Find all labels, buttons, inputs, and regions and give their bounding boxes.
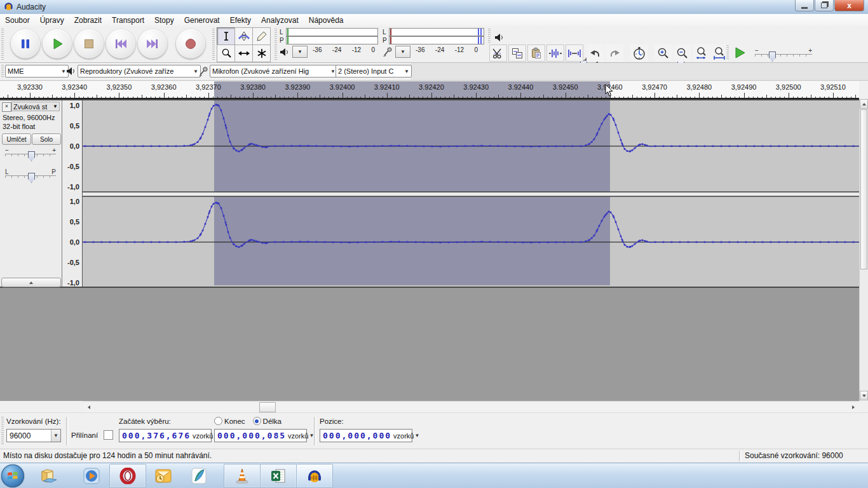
solo-button[interactable]: Solo <box>32 133 61 145</box>
menu-item-soubor[interactable]: Soubor <box>0 15 35 26</box>
tools-grip[interactable] <box>212 29 215 60</box>
length-radio[interactable]: Délka <box>253 417 281 425</box>
cut-button[interactable] <box>489 44 507 62</box>
skip-to-end-button[interactable] <box>138 29 167 58</box>
meter-grip[interactable] <box>275 29 277 60</box>
minimize-button[interactable] <box>795 0 814 11</box>
timer-record-button[interactable] <box>630 44 648 62</box>
skip-to-start-button[interactable] <box>106 29 135 58</box>
restore-button[interactable] <box>815 0 834 11</box>
horizontal-scrollbar[interactable] <box>83 401 859 412</box>
taskbar-media-player-button[interactable] <box>81 466 102 486</box>
ruler-tick <box>619 97 620 98</box>
selection-tool-button[interactable] <box>217 27 235 45</box>
taskbar-vlc-button[interactable] <box>224 464 261 488</box>
menu-item-upravy[interactable]: Úpravy <box>35 15 69 26</box>
menu-item-zobrazit[interactable]: Zobrazit <box>69 15 107 26</box>
position-field[interactable]: 000,000,000 vzorků ▼ <box>320 429 412 442</box>
amplitude-ruler[interactable]: 1,00,50,0-0,5-1,01,00,50,0-0,5-1,0 <box>62 100 83 287</box>
ruler-tick <box>43 97 44 98</box>
fit-project-button[interactable] <box>710 44 728 62</box>
audio-host-select[interactable]: MME▼ <box>5 65 69 78</box>
input-device-select[interactable]: Mikrofon (Zvukové zařízení Hig▼ <box>210 65 338 78</box>
record-button[interactable] <box>176 29 205 58</box>
envelope-tool-button[interactable] <box>234 27 253 45</box>
menu-item-stopy[interactable]: Stopy <box>149 15 179 26</box>
waveform-display[interactable] <box>83 99 859 288</box>
redo-button[interactable] <box>606 44 623 62</box>
fit-selection-button[interactable] <box>693 44 710 62</box>
selection-start-field[interactable]: 000,376,676 vzorků ▼ <box>119 429 212 442</box>
taskbar-quill-notes-button[interactable] <box>188 466 210 486</box>
mute-button[interactable]: Umlčet <box>2 133 31 145</box>
zoom-tool-button[interactable] <box>217 44 235 62</box>
scroll-up-button[interactable] <box>860 99 868 109</box>
zoom-in-button[interactable] <box>654 44 672 62</box>
device-grip[interactable] <box>1 65 4 78</box>
close-button[interactable]: x <box>834 0 864 11</box>
record-meter[interactable]: L P ▼ -36-24-120 <box>383 28 486 58</box>
input-channels-select[interactable]: 2 (Stereo) Input C▼ <box>336 65 412 78</box>
pause-button[interactable] <box>11 29 40 58</box>
taskbar-excel-button[interactable] <box>260 464 297 488</box>
taskbar-opera-button[interactable] <box>109 464 146 488</box>
track-gain-thumb[interactable] <box>28 151 35 161</box>
scroll-down-button[interactable] <box>860 391 868 400</box>
transport-grip[interactable] <box>1 29 4 60</box>
undo-button[interactable] <box>587 44 604 62</box>
vertical-scroll-thumb[interactable] <box>860 109 867 269</box>
transcription-grip[interactable] <box>726 45 729 60</box>
track-pan-thumb[interactable] <box>28 173 35 183</box>
play-speed-thumb[interactable] <box>769 51 776 62</box>
taskbar-explorer-button[interactable] <box>39 466 61 486</box>
menu-item-analyzovat[interactable]: Analyzovat <box>256 15 304 26</box>
timeshift-tool-button[interactable] <box>234 44 253 62</box>
menu-item-generovat[interactable]: Generovat <box>179 15 225 26</box>
trim-button[interactable] <box>546 44 564 62</box>
track-title-menu[interactable]: Zvuková st▼ <box>11 102 60 111</box>
taskbar-audacity-button[interactable] <box>296 464 333 488</box>
track-close-button[interactable]: × <box>2 102 11 112</box>
paste-button[interactable] <box>527 44 545 62</box>
ruler-tick <box>851 97 851 98</box>
start-button[interactable] <box>1 464 24 487</box>
track-collapse-button[interactable] <box>1 278 61 287</box>
play-speed-slider[interactable]: − + <box>755 54 812 57</box>
playback-meter-menu-button[interactable]: ▼ <box>292 46 308 58</box>
menu-item-transport[interactable]: Transport <box>107 15 149 26</box>
meter-tick-label: -12 <box>352 46 361 58</box>
stop-button[interactable] <box>74 29 104 58</box>
track-pan-slider[interactable]: L P <box>5 175 56 178</box>
zoom-out-button[interactable] <box>674 44 691 62</box>
menu-item-napoveda[interactable]: Nápověda <box>304 15 349 26</box>
snap-checkbox[interactable] <box>104 430 113 440</box>
copy-button[interactable] <box>508 44 526 62</box>
timeline-ruler[interactable]: 3,923303,923403,923503,923603,923703.923… <box>0 81 859 99</box>
vertical-scrollbar[interactable] <box>859 99 868 401</box>
ruler-tick <box>208 93 209 98</box>
multi-tool-button[interactable] <box>252 44 271 62</box>
scroll-left-button[interactable] <box>84 402 93 412</box>
amplitude-scale-label: 0,0 <box>70 238 79 246</box>
playback-meter[interactable]: L P ▼ -36-24-120 <box>280 28 380 58</box>
play-button[interactable] <box>43 29 72 58</box>
mixer-grip[interactable] <box>488 29 491 44</box>
scroll-right-button[interactable] <box>848 402 858 412</box>
record-meter-menu-button[interactable]: ▼ <box>395 46 410 58</box>
silence-button[interactable] <box>566 44 583 62</box>
ruler-tick <box>623 97 624 98</box>
end-radio[interactable]: Konec <box>214 417 245 425</box>
play-at-speed-button[interactable] <box>732 45 747 60</box>
title-bar[interactable]: Audacity x <box>0 0 868 15</box>
horizontal-scroll-thumb[interactable] <box>259 402 276 412</box>
selection-length-field[interactable]: 000,000,085 vzorků ▼ <box>214 429 307 442</box>
menu-item-efekty[interactable]: Efekty <box>225 15 256 26</box>
output-device-select[interactable]: Reproduktory (Zvukové zaříze▼ <box>78 65 201 78</box>
draw-tool-button[interactable] <box>252 27 271 45</box>
rate-select[interactable]: 96000 ▼ <box>6 429 61 442</box>
record-icon <box>184 37 197 50</box>
selection-grip[interactable] <box>1 417 4 445</box>
taskbar-outlook-button[interactable] <box>153 466 174 486</box>
position-field-dropdown-icon[interactable]: ▼ <box>415 430 420 442</box>
track-gain-slider[interactable]: − + <box>5 154 56 156</box>
